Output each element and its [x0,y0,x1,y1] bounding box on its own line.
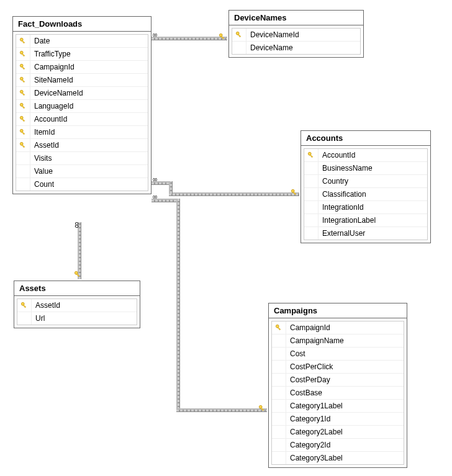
column-row[interactable]: Value [16,165,148,178]
column-row[interactable]: Url [17,312,137,325]
table-columns: DeviceNameIdDeviceName [232,28,361,55]
primary-key-icon [16,48,30,60]
column-name: Country [319,175,427,187]
column-row[interactable]: Category1Id [272,413,404,426]
column-name: CampaignName [286,335,404,347]
key-cell-empty [17,312,32,325]
column-name: Category2Id [286,439,404,451]
endpoint-infinity-icon: 8 [75,222,79,228]
column-name: AssetId [32,299,137,312]
column-row[interactable]: BusinessName [304,162,427,175]
column-name: CostPerDay [286,374,404,386]
column-name: Visits [30,152,148,164]
endpoint-infinity-icon: ∞ [153,194,157,200]
primary-key-icon [16,100,30,112]
column-name: DeviceName [246,42,360,54]
endpoint-key-icon [258,405,267,413]
primary-key-icon [16,35,30,47]
column-row[interactable]: LanguageId [16,100,148,113]
connector-fact-accounts-h2 [169,192,299,196]
table-accounts[interactable]: Accounts AccountIdBusinessNameCountryCla… [301,130,431,243]
column-row[interactable]: Date [16,35,148,48]
column-row[interactable]: IntegrationId [304,201,427,214]
connector-fact-campaigns-v [176,199,180,410]
table-fact-downloads[interactable]: Fact_Downloads DateTrafficTypeCampaignId… [12,16,151,194]
column-name: Count [30,178,148,191]
column-name: CostBase [286,387,404,399]
column-name: Category1Id [286,413,404,425]
column-row[interactable]: AssetId [16,139,148,152]
column-row[interactable]: DeviceNameId [232,29,360,42]
primary-key-icon [16,139,30,151]
key-cell-empty [16,152,30,164]
column-row[interactable]: TrafficType [16,48,148,61]
column-name: Date [30,35,148,47]
primary-key-icon [16,126,30,138]
key-cell-empty [272,361,286,373]
column-name: AccountId [319,149,427,161]
column-row[interactable]: IntegrationLabel [304,214,427,227]
key-cell-empty [272,374,286,386]
column-row[interactable]: AccountId [16,113,148,126]
column-name: AccountId [30,113,148,125]
table-columns: AccountIdBusinessNameCountryClassificati… [304,148,428,240]
key-cell-empty [304,201,319,213]
column-row[interactable]: CostPerDay [272,374,404,387]
column-name: CampaignId [30,61,148,73]
column-row[interactable]: CampaignId [16,61,148,74]
key-cell-empty [232,42,246,54]
column-row[interactable]: Category3Label [272,452,404,464]
connector-fact-devicenames [151,37,227,40]
column-row[interactable]: AccountId [304,149,427,162]
column-row[interactable]: ItemId [16,126,148,139]
key-cell-empty [272,348,286,360]
table-device-names[interactable]: DeviceNames DeviceNameIdDeviceName [228,10,364,58]
key-cell-empty [304,227,319,240]
column-name: DeviceNameId [30,87,148,99]
column-row[interactable]: DeviceName [232,42,360,54]
primary-key-icon [17,299,32,312]
connector-fact-accounts-v [169,181,173,194]
column-row[interactable]: Visits [16,152,148,165]
table-assets[interactable]: Assets AssetIdUrl [14,281,140,328]
column-row[interactable]: Category2Label [272,426,404,439]
column-row[interactable]: Classification [304,188,427,201]
column-name: CostPerClick [286,361,404,373]
column-name: TrafficType [30,48,148,60]
column-name: Cost [286,348,404,360]
column-row[interactable]: AssetId [17,299,137,312]
key-cell-empty [304,162,319,174]
primary-key-icon [16,113,30,125]
key-cell-empty [272,400,286,412]
column-name: ItemId [30,126,148,138]
endpoint-key-icon [291,189,299,197]
column-row[interactable]: CampaignId [272,321,404,335]
key-cell-empty [272,335,286,347]
primary-key-icon [16,74,30,86]
column-name: Category1Label [286,400,404,412]
column-row[interactable]: Cost [272,348,404,361]
endpoint-key-icon [74,271,83,279]
endpoint-infinity-icon: ∞ [153,176,157,182]
column-row[interactable]: CostBase [272,387,404,400]
column-name: IntegrationLabel [319,214,427,227]
column-row[interactable]: Country [304,175,427,188]
column-row[interactable]: DeviceNameId [16,87,148,100]
column-row[interactable]: SiteNameId [16,74,148,87]
primary-key-icon [16,87,30,99]
column-row[interactable]: CampaignName [272,335,404,348]
column-row[interactable]: Count [16,178,148,191]
connector-fact-campaigns-h2 [176,408,267,412]
key-cell-empty [16,165,30,177]
column-name: IntegrationId [319,201,427,213]
key-cell-empty [304,214,319,227]
column-name: LanguageId [30,100,148,112]
table-campaigns[interactable]: Campaigns CampaignIdCampaignNameCostCost… [268,303,407,468]
column-row[interactable]: ExternalUser [304,227,427,240]
column-row[interactable]: Category2Id [272,439,404,452]
column-row[interactable]: CostPerClick [272,361,404,374]
key-cell-empty [272,413,286,425]
column-row[interactable]: Category1Label [272,400,404,413]
table-columns: DateTrafficTypeCampaignIdSiteNameIdDevic… [16,34,148,191]
column-name: Url [32,312,137,325]
